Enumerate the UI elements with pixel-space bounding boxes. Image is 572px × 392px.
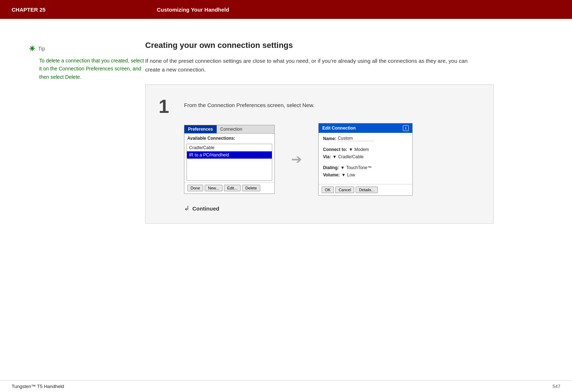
continued-arrow-icon: ↲ bbox=[184, 204, 189, 212]
page-footer: Tungsten™ T5 Handheld 547 bbox=[0, 380, 572, 392]
step-box: 1 From the Connection Preferences screen… bbox=[145, 84, 494, 224]
connection-item-1[interactable]: Cradle/Cable bbox=[187, 144, 272, 151]
via-value: Cradle/Cable bbox=[338, 154, 364, 159]
pref-tab-connection[interactable]: Connection bbox=[217, 125, 274, 133]
continued-text: Continued bbox=[192, 205, 219, 212]
list-spacer bbox=[187, 159, 272, 180]
dialing-label: Dialing: bbox=[323, 165, 339, 170]
continued-row: ↲ Continued bbox=[184, 204, 480, 212]
page-header: CHAPTER 25 Customizing Your Handheld bbox=[0, 0, 572, 19]
via-dropdown-arrow[interactable]: ▼ bbox=[332, 154, 337, 159]
content-area: Creating your own connection settings If… bbox=[145, 41, 557, 224]
tip-header: ✳ Tip bbox=[29, 44, 145, 53]
footer-page-number: 547 bbox=[552, 384, 560, 389]
preferences-panel: Preferences Connection Available Connect… bbox=[184, 125, 275, 194]
edit-body: Name: Connect to: ▼ Modem Via: ▼ Cra bbox=[319, 133, 412, 183]
connections-list: Cradle/Cable IR to a PC/Handheld bbox=[187, 144, 272, 181]
edit-connect-row: Connect to: ▼ Modem bbox=[323, 147, 408, 152]
connect-value: Modem bbox=[355, 147, 369, 152]
name-input[interactable] bbox=[338, 136, 374, 141]
edit-dialing-row: Dialing: ▼ TouchTone™ bbox=[323, 165, 408, 170]
connections-label: Available Connections: bbox=[184, 134, 274, 142]
dialing-value: TouchTone™ bbox=[346, 165, 372, 170]
edit-via-row: Via: ▼ Cradle/Cable bbox=[323, 154, 408, 159]
edit-spacer-1 bbox=[323, 143, 408, 147]
edit-button[interactable]: Edit... bbox=[224, 185, 241, 191]
connect-dropdown-arrow[interactable]: ▼ bbox=[349, 147, 353, 152]
step-number: 1 bbox=[159, 95, 184, 116]
delete-button[interactable]: Delete bbox=[242, 185, 260, 191]
chapter-label: CHAPTER 25 bbox=[12, 7, 157, 13]
volume-dropdown-arrow[interactable]: ▼ bbox=[341, 172, 346, 177]
cancel-button[interactable]: Cancel bbox=[335, 187, 354, 193]
edit-panel-header: Edit Connection i bbox=[319, 123, 412, 133]
via-label: Via: bbox=[323, 154, 331, 159]
step-description: From the Connection Preferences screen, … bbox=[184, 95, 314, 110]
volume-value: Low bbox=[347, 172, 355, 177]
tip-asterisk-icon: ✳ bbox=[29, 44, 35, 53]
edit-buttons: OK Cancel Details... bbox=[319, 184, 412, 195]
section-title: Creating your own connection settings bbox=[145, 41, 557, 50]
edit-connection-panel: Edit Connection i Name: Connect to: ▼ Mo… bbox=[318, 123, 413, 196]
section-intro: If none of the preset connection setting… bbox=[145, 57, 472, 74]
pref-tab-preferences[interactable]: Preferences bbox=[184, 125, 217, 133]
edit-volume-row: Volume: ▼ Low bbox=[323, 172, 408, 177]
done-button[interactable]: Done bbox=[187, 185, 203, 191]
sidebar: ✳ Tip To delete a connection that you cr… bbox=[29, 41, 145, 224]
name-label: Name: bbox=[323, 136, 336, 141]
pref-buttons: Done New... Edit... Delete bbox=[184, 182, 274, 193]
edit-name-row: Name: bbox=[323, 136, 408, 141]
tip-label: Tip bbox=[38, 46, 45, 52]
ok-button[interactable]: OK bbox=[322, 187, 334, 193]
footer-product: Tungsten™ T5 Handheld bbox=[12, 384, 64, 389]
header-title: Customizing Your Handheld bbox=[157, 7, 229, 13]
main-content: ✳ Tip To delete a connection that you cr… bbox=[0, 19, 572, 238]
screenshots-row: Preferences Connection Available Connect… bbox=[184, 123, 480, 196]
info-icon[interactable]: i bbox=[403, 125, 409, 131]
edit-connection-title: Edit Connection bbox=[322, 126, 356, 131]
volume-label: Volume: bbox=[323, 172, 340, 177]
connection-item-2[interactable]: IR to a PC/Handheld bbox=[187, 151, 272, 159]
pref-panel-header: Preferences Connection bbox=[184, 125, 274, 134]
arrow-icon: ➔ bbox=[286, 152, 307, 167]
dialing-dropdown-arrow[interactable]: ▼ bbox=[340, 165, 345, 170]
connect-label: Connect to: bbox=[323, 147, 347, 152]
details-button[interactable]: Details... bbox=[356, 187, 378, 193]
tip-text: To delete a connection that you created,… bbox=[29, 57, 145, 81]
edit-spacer-2 bbox=[323, 162, 408, 165]
step-row: 1 From the Connection Preferences screen… bbox=[159, 95, 480, 116]
new-button[interactable]: New... bbox=[205, 185, 222, 191]
